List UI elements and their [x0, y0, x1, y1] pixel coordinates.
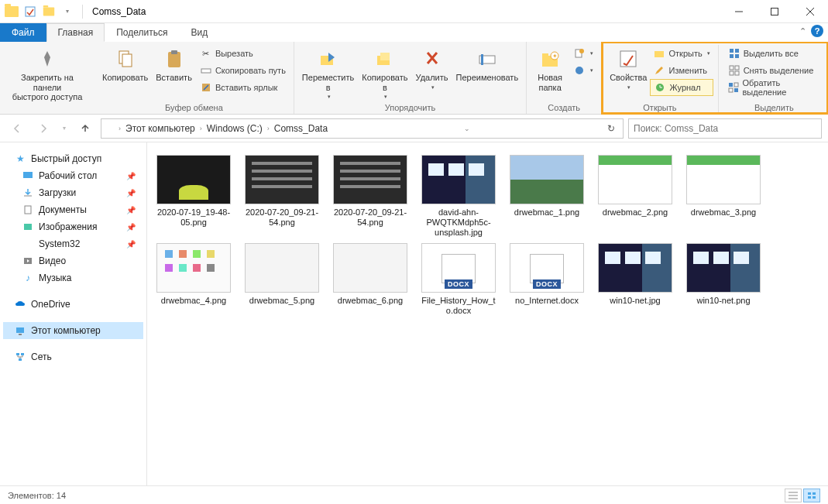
svg-rect-20	[620, 51, 636, 67]
qat-new-folder-icon[interactable]	[40, 3, 57, 20]
svg-point-18	[579, 49, 584, 53]
copy-button[interactable]: Копировать	[99, 45, 151, 84]
title-bar: ▾ Comss_Data	[0, 0, 828, 23]
new-folder-button[interactable]: ✦ Новая папка	[531, 45, 569, 94]
easy-access-button[interactable]: ▾	[570, 62, 596, 79]
recent-dropdown[interactable]: ▾	[59, 118, 70, 139]
pin-quick-access-button[interactable]: Закрепить на панели быстрого доступа	[5, 45, 90, 104]
sidebar-videos[interactable]: Видео	[3, 252, 143, 269]
chevron-icon[interactable]: ›	[119, 125, 121, 132]
tab-view[interactable]: Вид	[179, 23, 219, 42]
move-to-button[interactable]: Переместить в▾	[299, 45, 357, 101]
paste-icon	[162, 46, 187, 71]
close-button[interactable]	[792, 0, 828, 23]
file-name: drwebmac_3.png	[691, 207, 756, 218]
paste-button[interactable]: Вставить	[153, 45, 195, 84]
tab-share[interactable]: Поделиться	[105, 23, 179, 42]
thumbnails-view-button[interactable]	[803, 489, 820, 502]
paste-shortcut-button[interactable]: Вставить ярлык	[197, 79, 289, 96]
file-item[interactable]: win10-net.png	[683, 243, 764, 316]
select-none-button[interactable]: Снять выделение	[725, 62, 823, 79]
file-item[interactable]: david-ahn-PWQTKMdph5c-unsplash.jpg	[418, 155, 499, 238]
file-item[interactable]: drwebmac_3.png	[683, 155, 764, 238]
minimize-button[interactable]	[721, 0, 757, 23]
file-item[interactable]: DOCXFile_History_How_to.docx	[418, 243, 499, 316]
file-list[interactable]: 2020-07-19_19-48-05.png2020-07-20_09-21-…	[147, 142, 828, 485]
svg-rect-29	[730, 71, 734, 75]
navigation-pane: ★Быстрый доступ Рабочий стол📌 Загрузки📌 …	[0, 142, 147, 485]
rename-button[interactable]: Переименовать	[453, 45, 522, 84]
file-item[interactable]: win10-net.jpg	[595, 243, 675, 316]
sidebar-quick-access[interactable]: ★Быстрый доступ	[3, 150, 143, 167]
crumb-folder[interactable]: Comss_Data	[271, 123, 331, 134]
edit-button[interactable]: Изменить	[650, 62, 713, 79]
invert-selection-button[interactable]: Обратить выделение	[725, 79, 823, 96]
item-count: 14	[57, 491, 66, 500]
scissors-icon: ✂	[200, 47, 212, 60]
cut-button[interactable]: ✂Вырезать	[197, 45, 289, 62]
file-item[interactable]: drwebmac_5.png	[242, 243, 322, 316]
crumb-drive[interactable]: Windows (C:)	[204, 123, 266, 134]
svg-rect-34	[734, 88, 738, 92]
back-button[interactable]	[6, 118, 28, 139]
crumb-pc[interactable]: Этот компьютер	[122, 123, 198, 134]
delete-button[interactable]: Удалить▾	[413, 45, 452, 92]
open-icon	[653, 47, 665, 60]
navigation-bar: ▾ › Этот компьютер › Windows (C:) › Coms…	[0, 115, 828, 142]
tab-file[interactable]: Файл	[0, 23, 46, 42]
sidebar-music[interactable]: ♪Музыка	[3, 269, 143, 286]
file-item[interactable]: 2020-07-20_09-21-54.png	[330, 155, 411, 238]
history-button[interactable]: Журнал	[650, 79, 713, 96]
select-all-button[interactable]: Выделить все	[725, 45, 823, 62]
svg-rect-6	[201, 69, 211, 73]
file-item[interactable]: drwebmac_2.png	[595, 155, 675, 238]
file-item[interactable]: drwebmac_6.png	[330, 243, 411, 316]
ribbon: Закрепить на панели быстрого доступа Коп…	[0, 42, 828, 115]
copy-path-button[interactable]: Скопировать путь	[197, 62, 289, 79]
sidebar-documents[interactable]: Документы📌	[3, 201, 143, 218]
maximize-button[interactable]	[757, 0, 792, 23]
sidebar-desktop[interactable]: Рабочий стол📌	[3, 167, 143, 184]
svg-point-19	[575, 67, 583, 74]
details-view-button[interactable]	[785, 489, 802, 502]
search-box[interactable]	[628, 118, 822, 139]
sidebar-downloads[interactable]: Загрузки📌	[3, 184, 143, 201]
window-title: Comss_Data	[92, 6, 146, 17]
search-input[interactable]	[634, 123, 816, 134]
file-item[interactable]: drwebmac_1.png	[507, 155, 587, 238]
sidebar-system32[interactable]: System32📌	[3, 235, 143, 252]
sidebar-pictures[interactable]: Изображения📌	[3, 218, 143, 235]
svg-rect-47	[813, 496, 816, 499]
quick-access-toolbar: ▾	[0, 3, 79, 20]
sidebar-onedrive[interactable]: OneDrive	[3, 296, 143, 313]
new-item-icon	[573, 47, 586, 60]
desktop-icon	[22, 170, 34, 182]
properties-button[interactable]: Свойства▾	[606, 45, 650, 96]
help-icon[interactable]: ?	[811, 25, 823, 37]
address-bar[interactable]: › Этот компьютер › Windows (C:) › Comss_…	[101, 118, 624, 139]
pin-icon: 📌	[126, 172, 136, 180]
file-item[interactable]: 2020-07-19_19-48-05.png	[153, 155, 234, 238]
file-item[interactable]: DOCXno_Internet.docx	[507, 243, 587, 316]
up-button[interactable]	[74, 118, 96, 139]
file-item[interactable]: 2020-07-20_09-21-54.png	[242, 155, 322, 238]
tab-home[interactable]: Главная	[46, 23, 105, 42]
new-item-button[interactable]: ▾	[570, 45, 596, 62]
chevron-icon[interactable]: ›	[200, 125, 202, 132]
sidebar-this-pc[interactable]: Этот компьютер	[3, 322, 143, 339]
forward-button[interactable]	[33, 118, 54, 139]
qat-dropdown-icon[interactable]: ▾	[59, 3, 76, 20]
open-button[interactable]: Открыть▾	[650, 45, 713, 62]
file-item[interactable]: drwebmac_4.png	[153, 243, 234, 316]
qat-properties-icon[interactable]	[22, 3, 39, 20]
copy-to-button[interactable]: Копировать в▾	[359, 45, 411, 101]
collapse-ribbon-icon[interactable]: ⌃	[799, 26, 806, 36]
sidebar-network[interactable]: Сеть	[3, 348, 143, 365]
refresh-icon[interactable]: ↻	[603, 123, 620, 134]
svg-rect-39	[16, 327, 24, 333]
svg-rect-31	[729, 83, 733, 87]
addr-dropdown-icon[interactable]: ⌄	[459, 125, 475, 132]
chevron-icon[interactable]: ›	[267, 125, 270, 132]
move-icon	[316, 46, 341, 71]
file-name: drwebmac_2.png	[603, 207, 668, 218]
